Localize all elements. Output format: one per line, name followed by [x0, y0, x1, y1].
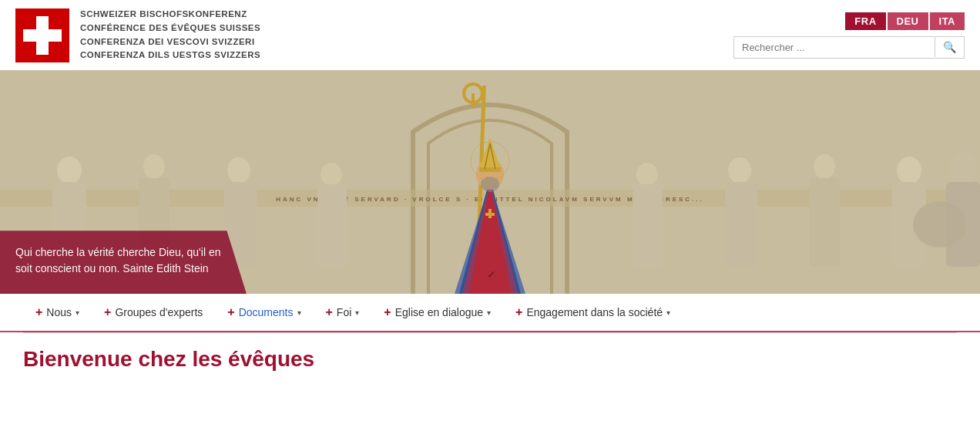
site-header: SCHWEIZER BISCHOFSKONFERENZ CONFÉRENCE D…	[0, 0, 980, 70]
nav-arrow-engagement: ▾	[666, 308, 670, 317]
nav-plus-engagement: +	[515, 305, 522, 319]
svg-point-20	[897, 157, 921, 184]
svg-point-34	[481, 177, 499, 192]
nav-label-foi: Foi	[337, 306, 351, 318]
nav-arrow-nous: ▾	[76, 308, 79, 317]
nav-item-eglise[interactable]: + Eglise en dialogue ▾	[371, 294, 503, 331]
main-navigation: + Nous ▾ + Groupes d'experts + Documents…	[0, 294, 980, 332]
svg-point-18	[814, 154, 835, 179]
svg-rect-13	[317, 184, 347, 268]
lang-ita-button[interactable]: ITA	[930, 12, 965, 30]
svg-rect-17	[725, 182, 757, 267]
svg-point-10	[227, 157, 250, 184]
search-icon: 🔍	[943, 41, 956, 53]
hero-background: HANC VNVM ET SERVARD · VROLCE S · EI DIT…	[0, 70, 980, 294]
nav-label-engagement: Engagement dans la société	[526, 306, 663, 318]
svg-point-14	[636, 163, 658, 186]
nav-plus-foi: +	[326, 305, 333, 319]
nav-item-nous[interactable]: + Nous ▾	[23, 294, 92, 331]
quote-text: Qui cherche la vérité cherche Dieu, qu'i…	[15, 246, 220, 274]
svg-rect-15	[633, 184, 663, 268]
header-left: SCHWEIZER BISCHOFSKONFERENZ CONFÉRENCE D…	[15, 8, 260, 62]
nav-label-groupes: Groupes d'experts	[115, 306, 203, 318]
page-title-section: Bienvenue chez les évêques	[0, 333, 980, 379]
org-line-1: SCHWEIZER BISCHOFSKONFERENZ	[80, 8, 260, 22]
svg-point-8	[143, 154, 165, 179]
language-bar: FRA DEU ITA	[845, 12, 965, 30]
org-line-4: CONFERENZA DILS UESTGS SVIZZERS	[80, 49, 260, 62]
svg-point-22	[949, 152, 977, 186]
hero-quote: Qui cherche la vérité cherche Dieu, qu'i…	[0, 231, 247, 294]
nav-item-documents[interactable]: + Documents ▾	[215, 294, 313, 331]
nav-label-documents: Documents	[239, 306, 294, 318]
nav-item-engagement[interactable]: + Engagement dans la société ▾	[503, 294, 683, 331]
lang-deu-button[interactable]: DEU	[888, 12, 928, 30]
page-title: Bienvenue chez les évêques	[23, 347, 957, 372]
nav-arrow-foi: ▾	[355, 308, 359, 317]
nav-arrow-documents: ▾	[297, 308, 301, 317]
nav-item-foi[interactable]: + Foi ▾	[314, 294, 372, 331]
nav-plus-groupes: +	[104, 305, 111, 319]
nav-plus-nous: +	[35, 305, 42, 319]
svg-text:✓: ✓	[487, 268, 496, 281]
svg-rect-32	[488, 209, 492, 218]
svg-rect-2	[36, 16, 49, 55]
nav-label-nous: Nous	[46, 306, 72, 318]
svg-point-40	[913, 201, 967, 248]
nav-label-eglise: Eglise en dialogue	[395, 306, 483, 318]
org-name-block: SCHWEIZER BISCHOFSKONFERENZ CONFÉRENCE D…	[80, 8, 260, 62]
nav-arrow-eglise: ▾	[487, 308, 491, 317]
hero-banner: HANC VNVM ET SERVARD · VROLCE S · EI DIT…	[0, 70, 980, 294]
org-line-2: CONFÉRENCE DES ÉVÊQUES SUISSES	[80, 22, 260, 35]
swiss-cross-logo	[15, 8, 69, 62]
search-bar: 🔍	[733, 36, 965, 59]
search-input[interactable]	[734, 37, 935, 58]
nav-plus-documents: +	[227, 305, 234, 319]
svg-rect-36	[479, 167, 501, 172]
nav-plus-eglise: +	[384, 305, 391, 319]
nav-item-groupes[interactable]: + Groupes d'experts	[92, 294, 215, 331]
svg-point-12	[321, 163, 342, 186]
svg-point-6	[57, 157, 82, 184]
lang-fra-button[interactable]: FRA	[845, 12, 885, 30]
search-button[interactable]: 🔍	[935, 37, 964, 57]
org-line-3: CONFERENZA DEI VESCOVI SVIZZERI	[80, 35, 260, 49]
svg-point-16	[728, 157, 751, 184]
header-right: FRA DEU ITA 🔍	[733, 12, 965, 59]
svg-rect-19	[809, 178, 840, 267]
